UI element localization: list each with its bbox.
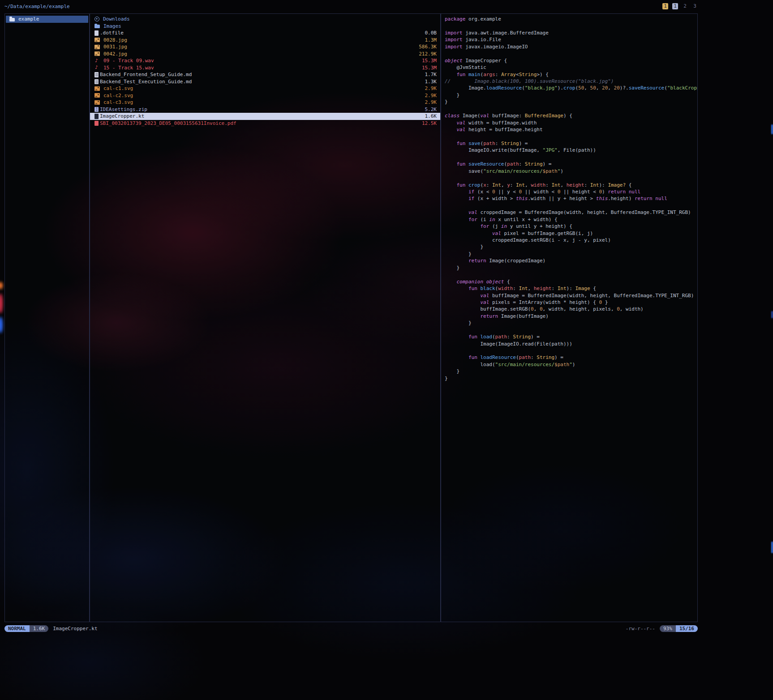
file-name: Backend_Frontend_Setup_Guide.md — [100, 72, 421, 77]
file-row[interactable]: Backend_Test_Execution_Guide.md1.3K — [90, 78, 440, 85]
file-name: Images — [103, 23, 433, 29]
code-line: } — [445, 251, 697, 257]
file-size: 1.6K — [425, 113, 437, 119]
code-line: import java.awt.image.BufferedImage — [445, 30, 697, 36]
wallpaper-edge-highlight — [771, 542, 773, 553]
file-manager-panes: example DownloadsImages.dotfile0.0B0028.… — [4, 13, 698, 622]
file-name: ImageCropper.kt — [100, 113, 421, 119]
parent-directory-pane[interactable]: example — [4, 13, 90, 622]
file-name: IDEAsettings.zip — [100, 107, 421, 112]
top-bar: ~/Data/example/example 1123 — [4, 2, 698, 11]
dir-label: example — [18, 16, 39, 22]
code-line: } — [445, 98, 697, 105]
audio-icon — [94, 59, 100, 63]
file-name: cal-c1.svg — [103, 85, 421, 91]
tab-1[interactable]: 1 — [672, 3, 678, 9]
file-name: Downloads — [103, 16, 433, 22]
code-line: } — [445, 375, 697, 382]
tab-2[interactable]: 2 — [682, 3, 688, 9]
code-line: val pixel = buffImage.getRGB(i, j) — [445, 230, 697, 237]
image-icon — [94, 51, 100, 56]
tab-count-badge[interactable]: 1 — [662, 3, 668, 9]
file-row[interactable]: ImageCropper.kt1.6K — [90, 113, 440, 120]
code-line: val pixels = IntArray(width * height) { … — [445, 299, 697, 306]
code-line — [445, 175, 697, 181]
file-name: SBI_0032013739_2023_DE05_0003155631Invoi… — [100, 120, 418, 126]
markdown-icon — [94, 79, 99, 85]
audio-icon — [94, 65, 100, 70]
code-line: Image(ImageIO.read(File(path))) — [445, 341, 697, 347]
file-row[interactable]: cal-c3.svg2.9K — [90, 99, 440, 106]
file-row[interactable]: 15 - Track 15.wav15.3M — [90, 64, 440, 72]
file-row[interactable]: Downloads — [90, 16, 440, 23]
code-line: for (i in x until x + width) { — [445, 216, 697, 223]
file-size: 2.9K — [425, 85, 437, 91]
code-line: class Image(val buffImage: BufferedImage… — [445, 112, 697, 119]
code-line — [445, 271, 697, 278]
file-size: 2.9K — [425, 99, 437, 105]
code-line: val width = buffImage.width — [445, 120, 697, 126]
code-line: object ImageCropper { — [445, 57, 697, 64]
status-filename: ImageCropper.kt — [53, 626, 97, 632]
file-size: 15.3M — [422, 65, 437, 71]
code-line: } — [445, 320, 697, 326]
code-line: save("src/main/resources/$path") — [445, 168, 697, 175]
code-line: @JvmStatic — [445, 64, 697, 71]
file-name: cal-c3.svg — [103, 99, 421, 105]
file-preview-pane[interactable]: package org.example import java.awt.imag… — [441, 13, 698, 622]
code-line: val buffImage = BufferedImage(width, hei… — [445, 292, 697, 299]
file-row[interactable]: 0031.jpg586.3K — [90, 43, 440, 51]
file-row[interactable]: Images — [90, 23, 440, 30]
parent-dir-item[interactable]: example — [6, 16, 88, 23]
code-line: fun loadResource(path: String) = — [445, 354, 697, 361]
file-size: 15.3M — [422, 58, 437, 64]
code-line: croppedImage.setRGB(i - x, j - y, pixel) — [445, 237, 697, 243]
code-line: // Image.black(100, 100).saveResource("b… — [445, 78, 697, 85]
code-line: fun black(width: Int, height: Int): Imag… — [445, 285, 697, 292]
file-name: cal-c2.svg — [103, 93, 421, 98]
file-list-pane[interactable]: DownloadsImages.dotfile0.0B0028.jpg1.3M0… — [90, 13, 441, 622]
tab-bar: 1123 — [658, 3, 698, 9]
code-line — [445, 22, 697, 29]
code-line: fun load(path: String) = — [445, 333, 697, 340]
file-row[interactable]: IDEAsettings.zip5.2K — [90, 106, 440, 113]
scroll-percent-badge: 93% — [660, 625, 676, 632]
file-row[interactable]: 09 - Track 09.wav15.3M — [90, 57, 440, 64]
download-icon — [94, 17, 99, 21]
file-row[interactable]: Backend_Frontend_Setup_Guide.md1.7K — [90, 71, 440, 78]
tab-3[interactable]: 3 — [692, 3, 698, 9]
file-size: 12.5K — [422, 120, 437, 126]
wallpaper-edge-highlight — [771, 311, 773, 318]
file-size: 5.2K — [425, 107, 437, 112]
file-row[interactable]: 0042.jpg212.9K — [90, 51, 440, 58]
file-row[interactable]: cal-c1.svg2.9K — [90, 85, 440, 92]
file-permissions: -rw-r--r-- — [626, 626, 655, 632]
file-name: .dotfile — [100, 30, 421, 36]
file-row[interactable]: 0028.jpg1.3M — [90, 37, 440, 44]
code-line: load("src/main/resources/$path") — [445, 361, 697, 368]
image-icon — [94, 93, 100, 98]
code-line: return Image(croppedImage) — [445, 257, 697, 264]
file-size: 586.3K — [419, 44, 437, 50]
image-icon — [94, 38, 100, 42]
wallpaper-edge-highlight — [771, 124, 773, 134]
file-row[interactable]: SBI_0032013739_2023_DE05_0003155631Invoi… — [90, 120, 440, 127]
file-name: 0042.jpg — [103, 51, 415, 57]
pdf-icon — [94, 121, 99, 126]
file-name: 09 - Track 09.wav — [103, 58, 418, 64]
file-size: 1.3M — [425, 37, 437, 43]
file-row[interactable]: .dotfile0.0B — [90, 30, 440, 37]
code-line — [445, 154, 697, 161]
folder-icon — [9, 18, 15, 21]
code-line: package org.example — [445, 16, 697, 22]
code-line: } — [445, 92, 697, 98]
code-line: fun save(path: String) = — [445, 140, 697, 147]
code-line: import javax.imageio.ImageIO — [445, 43, 697, 50]
code-line: } — [445, 265, 697, 271]
code-line: import java.io.File — [445, 36, 697, 43]
code-line: Image.loadResource("black.jpg").crop(50,… — [445, 85, 697, 91]
file-size-badge: 1.6K — [30, 625, 49, 632]
file-name: Backend_Test_Execution_Guide.md — [100, 79, 421, 85]
file-row[interactable]: cal-c2.svg2.9K — [90, 92, 440, 99]
code-line — [445, 327, 697, 333]
